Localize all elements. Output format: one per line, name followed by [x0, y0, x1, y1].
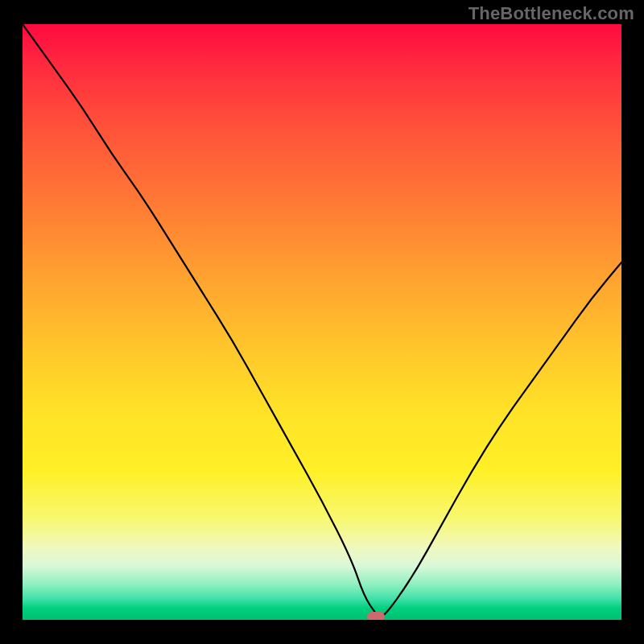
optimal-point-marker	[367, 612, 385, 620]
watermark-text: TheBottleneck.com	[469, 3, 634, 24]
chart-frame: TheBottleneck.com	[0, 0, 644, 644]
plot-area	[23, 24, 621, 620]
bottleneck-curve	[23, 24, 621, 620]
